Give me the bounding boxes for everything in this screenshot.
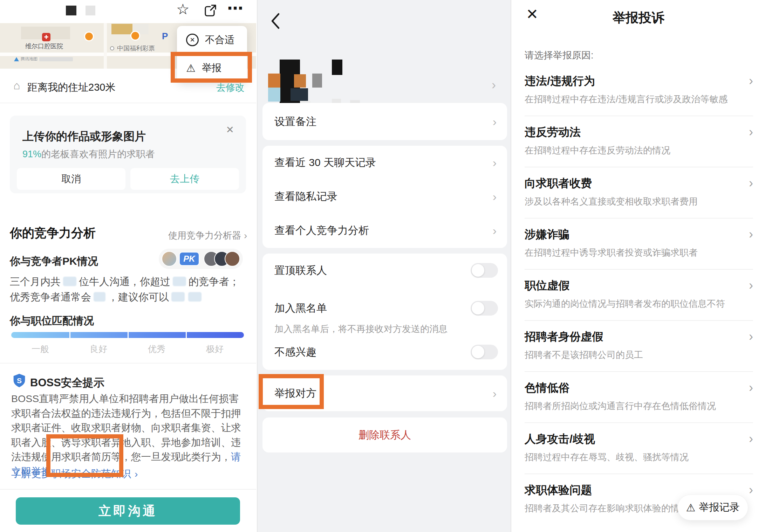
reason-item-illegal[interactable]: 违法/违规行为 › 在招聘过程中存在违法/违规言行或涉及政治等敏感 bbox=[525, 65, 753, 116]
map-poi-label: 中国福利彩票 bbox=[117, 44, 155, 53]
hospital-marker-icon: ✚ bbox=[42, 33, 50, 41]
go-upload-button[interactable]: 去上传 bbox=[130, 168, 239, 190]
reason-title: 求职体验问题 bbox=[525, 483, 592, 497]
pk-text-segment: 三个月内共 bbox=[10, 276, 61, 287]
toggles-card: 置顶联系人 加入黑名单 加入黑名单后，将不再接收对方发送的消息 不感兴趣 bbox=[262, 254, 507, 370]
menu-item-not-suitable[interactable]: ✕ 不合适 bbox=[177, 26, 247, 54]
pin-contact-row: 置顶联系人 bbox=[262, 254, 507, 287]
analyzer-link[interactable]: 使用竞争力分析器 › bbox=[168, 229, 247, 242]
chevron-right-icon: › bbox=[493, 224, 497, 237]
match-scale-labels: 一般 良好 优秀 极好 bbox=[11, 343, 244, 355]
chevron-right-icon: › bbox=[493, 115, 497, 129]
upload-sub-text: 的老板喜欢有照片的求职者 bbox=[41, 149, 155, 159]
reason-item-fraud[interactable]: 涉嫌诈骗 › 在招聘过程中诱导求职者投资或诈骗求职者 bbox=[525, 219, 753, 270]
parking-marker: P bbox=[162, 31, 168, 42]
divider bbox=[0, 363, 256, 364]
chat-now-button[interactable]: 立即沟通 bbox=[16, 497, 240, 525]
bar-gap bbox=[128, 332, 129, 338]
share-icon[interactable] bbox=[203, 4, 217, 19]
report-complaint-panel: ✕ 举报投诉 请选择举报原因: 违法/违规行为 › 在招聘过程中存在违法/违规言… bbox=[512, 0, 765, 532]
shield-icon: S bbox=[13, 373, 26, 389]
warning-icon: ⚠ bbox=[686, 502, 696, 514]
page-title: 举报投诉 bbox=[512, 9, 765, 27]
reason-item-labor-law[interactable]: 违反劳动法 › 在招聘过程中存在违反劳动法的情况 bbox=[525, 116, 753, 167]
map-poi-label: 维尔口腔医院 bbox=[25, 42, 63, 50]
scale-label: 一般 bbox=[11, 343, 69, 355]
redacted-blob bbox=[188, 292, 202, 302]
avatar bbox=[162, 251, 177, 267]
divider bbox=[0, 103, 256, 103]
reason-title: 违反劳动法 bbox=[525, 125, 581, 139]
map-vendor-logo bbox=[14, 57, 19, 61]
favorite-star-icon[interactable]: ☆ bbox=[176, 1, 190, 18]
annotation-box-report-menu bbox=[171, 52, 252, 83]
delete-contact-row[interactable]: 删除联系人 bbox=[262, 417, 507, 452]
pin-contact-toggle[interactable] bbox=[471, 263, 498, 278]
mosaic-tile bbox=[294, 74, 306, 88]
more-menu-icon[interactable]: ⋯ bbox=[227, 0, 244, 18]
mosaic-tile bbox=[268, 88, 280, 102]
screenshot-root: ☆ ⋯ ✚ 维尔口腔医院 中国福利彩票 P 腾讯地图 bbox=[0, 0, 765, 532]
reason-item-attack-discrimination[interactable]: 人身攻击/歧视 › 招聘过程中存在辱骂、歧视、骚扰等情况 bbox=[525, 423, 753, 474]
report-records-label: 举报记录 bbox=[699, 500, 739, 514]
mosaic-tile bbox=[312, 74, 322, 88]
contact-settings-panel: › 设置备注 › 查看近 30 天聊天记录 › 查看隐私记录 › 查看个人竞争力… bbox=[257, 0, 511, 532]
reason-desc: 招聘者不是该招聘公司的员工 bbox=[525, 349, 753, 361]
row-label: 查看近 30 天聊天记录 bbox=[274, 156, 493, 170]
scale-label: 良好 bbox=[69, 343, 128, 355]
redacted-blob bbox=[94, 292, 105, 302]
map-building bbox=[111, 24, 132, 34]
pk-section-title: 你与竞争者PK情况 bbox=[10, 254, 98, 269]
blacklist-toggle[interactable] bbox=[471, 301, 498, 316]
edit-address-link[interactable]: 去修改 bbox=[216, 81, 245, 94]
map-watermark: 腾讯地图 bbox=[14, 56, 73, 62]
chevron-right-icon: › bbox=[749, 74, 753, 88]
not-interested-row: 不感兴趣 bbox=[262, 335, 507, 369]
safety-section-title: BOSS安全提示 bbox=[30, 375, 104, 390]
competitiveness-section-title: 你的竞争力分析 bbox=[10, 225, 96, 241]
row-label: 查看隐私记录 bbox=[274, 189, 493, 204]
job-detail-panel: ☆ ⋯ ✚ 维尔口腔医院 中国福利彩票 P 腾讯地图 bbox=[0, 0, 256, 532]
chevron-right-icon: › bbox=[749, 431, 753, 446]
report-records-button[interactable]: ⚠ 举报记录 bbox=[677, 495, 748, 520]
mosaic-tile bbox=[291, 88, 308, 101]
view-chat-history-row[interactable]: 查看近 30 天聊天记录 › bbox=[262, 146, 507, 180]
reason-item-fake-identity[interactable]: 招聘者身份虚假 › 招聘者不是该招聘公司的员工 bbox=[525, 321, 753, 372]
reason-title: 违法/违规行为 bbox=[525, 74, 595, 88]
close-icon[interactable]: ✕ bbox=[226, 124, 234, 136]
reason-item-fake-job[interactable]: 职位虚假 › 实际沟通的岗位情况与招聘者发布的职位信息不符 bbox=[525, 270, 753, 321]
upload-card-subtitle: 91%的老板喜欢有照片的求职者 bbox=[22, 148, 155, 160]
chevron-right-icon: › bbox=[749, 483, 753, 497]
redacted-status-block bbox=[86, 6, 95, 15]
reason-desc: 在招聘过程中存在违反劳动法的情况 bbox=[525, 144, 753, 156]
reason-title: 招聘者身份虚假 bbox=[525, 329, 603, 344]
reason-item-charging-fees[interactable]: 向求职者收费 › 涉及以各种名义直接或变相收取求职者费用 bbox=[525, 167, 753, 219]
view-privacy-records-row[interactable]: 查看隐私记录 › bbox=[262, 180, 507, 214]
cancel-button[interactable]: 取消 bbox=[17, 168, 125, 190]
upload-stat: 91% bbox=[22, 149, 41, 159]
chevron-right-icon: › bbox=[493, 156, 497, 170]
blacklist-subtitle: 加入黑名单后，将不再接收对方发送的消息 bbox=[262, 322, 507, 335]
set-note-row[interactable]: 设置备注 › bbox=[262, 103, 507, 140]
row-label: 查看个人竞争力分析 bbox=[274, 223, 493, 238]
reason-item-vulgar[interactable]: 色情低俗 › 招聘者所招岗位或沟通言行中存在色情低俗情况 bbox=[525, 372, 753, 423]
avatar bbox=[225, 251, 240, 267]
menu-item-label: 不合适 bbox=[205, 33, 234, 47]
back-icon[interactable] bbox=[268, 12, 284, 32]
mosaic-tile bbox=[332, 60, 342, 75]
reason-desc: 在招聘过程中存在违法/违规言行或涉及政治等敏感 bbox=[525, 93, 753, 105]
distance-text: 距离我的住址230米 bbox=[27, 81, 115, 95]
chevron-right-icon[interactable]: › bbox=[492, 78, 496, 92]
reason-prompt: 请选择举报原因: bbox=[525, 49, 594, 62]
chevron-right-icon: › bbox=[749, 329, 753, 344]
delete-card: 删除联系人 bbox=[262, 417, 507, 452]
view-competitiveness-row[interactable]: 查看个人竞争力分析 › bbox=[262, 214, 507, 248]
redacted-status-block bbox=[66, 6, 76, 15]
match-section-title: 你与职位匹配情况 bbox=[10, 314, 94, 328]
scale-label: 极好 bbox=[186, 343, 244, 355]
reason-title: 涉嫌诈骗 bbox=[525, 227, 569, 242]
row-label: 设置备注 bbox=[274, 115, 493, 129]
not-interested-toggle[interactable] bbox=[471, 345, 498, 359]
reason-title: 人身攻击/歧视 bbox=[525, 431, 595, 446]
map-license-blur bbox=[39, 57, 73, 61]
